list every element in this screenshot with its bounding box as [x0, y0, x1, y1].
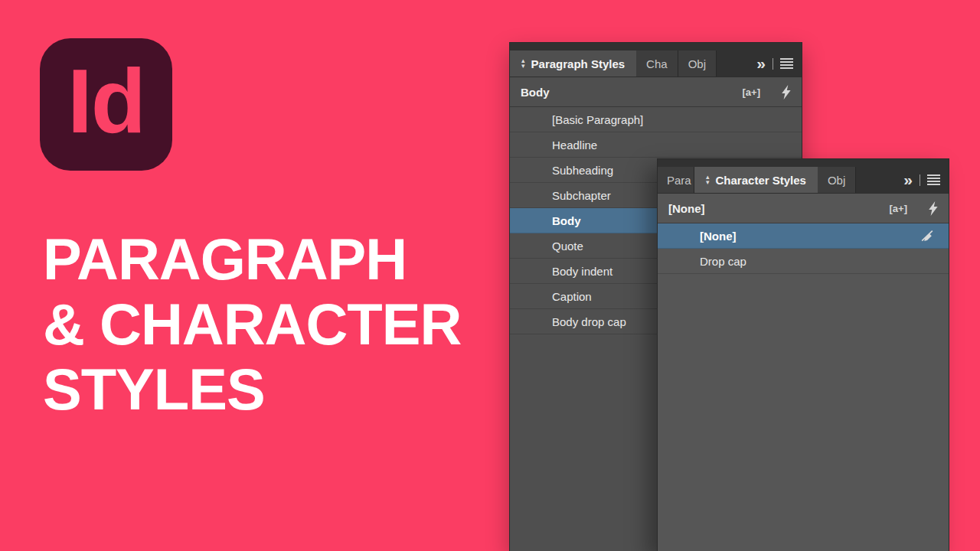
character-style-list: [None] Drop cap [658, 223, 949, 274]
tab-character-styles-truncated[interactable]: Cha [636, 51, 678, 77]
quick-apply-lightning-icon[interactable] [781, 85, 791, 99]
paragraph-panel-tabstrip: ▴ ▾ Paragraph Styles Cha Obj » [510, 43, 802, 77]
applied-paragraph-style-value: Body [521, 86, 550, 99]
applied-paragraph-style-field[interactable]: Body [a+] [510, 77, 802, 107]
indesign-logo-text: Id [67, 49, 145, 161]
paragraph-panel-strip-icons: » [756, 51, 802, 77]
character-panel-tabstrip: Para ▴ ▾ Character Styles Obj » [658, 159, 949, 194]
style-row-label: Caption [552, 290, 592, 303]
style-row-label: Body indent [552, 265, 612, 278]
panel-collapse-icon[interactable]: ▴ ▾ [706, 174, 710, 185]
applied-character-style-field[interactable]: [None] [a+] [658, 194, 949, 223]
tab-object-styles-truncated[interactable]: Obj [678, 51, 717, 77]
style-row-label: [Basic Paragraph] [552, 113, 643, 126]
page-title: PARAGRAPH & CHARACTER STYLES [43, 227, 461, 422]
title-line-1: PARAGRAPH [43, 227, 461, 292]
style-row-label: Body drop cap [552, 315, 626, 328]
no-edit-pen-icon [920, 228, 935, 243]
tabstrip-divider [920, 174, 920, 186]
tab-character-styles[interactable]: ▴ ▾ Character Styles [694, 167, 818, 193]
quick-apply-lightning-icon[interactable] [928, 201, 938, 216]
tabstrip-divider [773, 58, 773, 70]
tab-character-styles-label: Character Styles [716, 174, 806, 187]
character-panel-strip-icons: » [903, 167, 949, 193]
style-row-label: Quote [552, 240, 583, 253]
tab-paragraph-styles[interactable]: ▴ ▾ Paragraph Styles [510, 51, 636, 77]
style-row-label: Body [552, 214, 581, 227]
style-override-icon[interactable]: [a+] [743, 86, 760, 98]
applied-character-style-value: [None] [668, 202, 705, 215]
character-styles-panel: Para ▴ ▾ Character Styles Obj » [None] [… [657, 158, 949, 551]
character-style-row[interactable]: Drop cap [658, 249, 949, 274]
collapse-down-arrow: ▾ [521, 64, 525, 69]
panel-menu-icon[interactable] [780, 58, 793, 69]
style-row-label: Drop cap [700, 255, 746, 268]
collapse-panel-group-icon[interactable]: » [903, 171, 913, 189]
tab-paragraph-styles-truncated[interactable]: Para [658, 167, 694, 193]
thumbnail-canvas: Id PARAGRAPH & CHARACTER STYLES ▴ ▾ Para… [0, 0, 980, 551]
tab-paragraph-styles-label: Paragraph Styles [531, 57, 626, 70]
style-override-icon[interactable]: [a+] [890, 203, 907, 214]
style-row-label: Subchapter [552, 189, 611, 202]
style-row-label: Headline [552, 139, 597, 152]
collapse-panel-group-icon[interactable]: » [756, 54, 766, 73]
title-line-3: STYLES [43, 357, 461, 422]
panel-menu-icon[interactable] [927, 174, 940, 185]
character-style-row-selected[interactable]: [None] [658, 223, 949, 249]
style-row-label: Subheading [552, 164, 613, 177]
paragraph-style-row[interactable]: Headline [510, 132, 802, 158]
paragraph-style-row[interactable]: [Basic Paragraph] [510, 107, 802, 132]
indesign-logo: Id [40, 38, 172, 171]
panel-collapse-icon[interactable]: ▴ ▾ [521, 58, 525, 69]
tab-object-styles-truncated[interactable]: Obj [818, 167, 856, 193]
title-line-2: & CHARACTER [43, 292, 461, 357]
style-row-label: [None] [700, 230, 737, 243]
collapse-down-arrow: ▾ [706, 180, 710, 185]
